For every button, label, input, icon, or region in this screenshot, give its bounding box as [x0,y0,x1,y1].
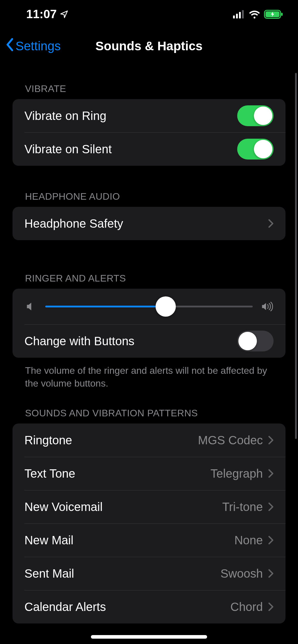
chevron-right-icon [268,536,274,545]
row-label: New Mail [24,534,73,547]
section-header-ringer: Ringer and Alerts [13,273,285,289]
row-sound-item[interactable]: New MailNone [13,523,285,557]
status-time: 11:07 [26,7,69,21]
back-label: Settings [15,39,61,53]
row-vibrate-on-ring[interactable]: Vibrate on Ring [13,99,285,132]
chevron-left-icon [5,38,14,54]
row-value: MGS Codec [198,434,263,447]
row-value: Swoosh [221,567,263,580]
row-label: Vibrate on Silent [24,143,112,156]
location-icon [60,10,69,19]
row-value: Telegraph [210,467,263,480]
row-label: Sent Mail [24,567,74,580]
chevron-right-icon [268,502,274,511]
ringer-footer-text: The volume of the ringer and alerts will… [13,358,285,390]
page-title: Sounds & Haptics [95,39,202,53]
row-right: Telegraph [210,467,274,480]
row-label: Calendar Alerts [24,600,106,614]
nav-bar: Settings Sounds & Haptics [0,28,298,64]
row-right: None [234,534,274,547]
svg-rect-1 [236,14,238,18]
row-label: Change with Buttons [24,334,134,348]
svg-rect-2 [239,12,241,18]
row-label: Text Tone [24,467,75,480]
chevron-right-icon [268,569,274,578]
row-right: Swoosh [221,567,274,580]
battery-charging-icon [264,10,283,19]
volume-slider[interactable] [45,298,253,315]
content: Vibrate Vibrate on Ring Vibrate on Silen… [0,83,298,635]
wifi-icon [249,10,260,19]
row-right: Chord [230,600,274,614]
toggle-change-with-buttons[interactable] [237,331,274,351]
group-ringer: Change with Buttons [13,289,285,358]
row-label: Headphone Safety [24,217,123,230]
row-volume-slider[interactable] [13,289,285,324]
chevron-right-icon [268,436,274,445]
status-bar: 11:07 [0,0,298,28]
row-sound-item[interactable]: Text ToneTelegraph [13,457,285,490]
chevron-right-icon [268,602,274,611]
row-label: New Voicemail [24,500,103,514]
svg-rect-3 [242,10,244,18]
row-right: MGS Codec [198,434,274,447]
group-sounds: RingtoneMGS CodecText ToneTelegraphNew V… [13,423,285,623]
row-headphone-safety[interactable]: Headphone Safety [13,207,285,240]
row-value: Tri-tone [222,500,263,514]
home-indicator[interactable] [91,635,207,639]
toggle-vibrate-on-ring[interactable] [237,105,274,126]
row-right: Tri-tone [222,500,274,514]
row-vibrate-on-silent[interactable]: Vibrate on Silent [13,132,285,166]
row-sound-item[interactable]: Sent MailSwoosh [13,557,285,590]
scroll-indicator[interactable] [295,73,297,439]
section-header-sounds: Sounds and Vibration Patterns [13,408,285,423]
back-button[interactable]: Settings [5,38,61,54]
section-header-vibrate: Vibrate [13,83,285,99]
row-label: Vibrate on Ring [24,109,106,123]
row-value: Chord [230,600,263,614]
row-change-with-buttons[interactable]: Change with Buttons [13,324,285,358]
clock-text: 11:07 [26,7,57,21]
cellular-icon [233,10,245,18]
row-sound-item[interactable]: New VoicemailTri-tone [13,490,285,523]
speaker-high-icon [262,301,274,312]
section-header-headphone: Headphone Audio [13,191,285,207]
chevron-right-icon [268,219,274,228]
group-vibrate: Vibrate on Ring Vibrate on Silent [13,99,285,166]
chevron-right-icon [268,469,274,478]
group-headphone: Headphone Safety [13,207,285,240]
svg-rect-0 [233,15,235,18]
speaker-low-icon [24,301,36,312]
row-sound-item[interactable]: Calendar AlertsChord [13,590,285,623]
row-label: Ringtone [24,434,72,447]
svg-rect-6 [281,13,283,16]
toggle-vibrate-on-silent[interactable] [237,139,274,160]
row-sound-item[interactable]: RingtoneMGS Codec [13,423,285,457]
status-right [233,10,283,19]
row-value: None [234,534,263,547]
